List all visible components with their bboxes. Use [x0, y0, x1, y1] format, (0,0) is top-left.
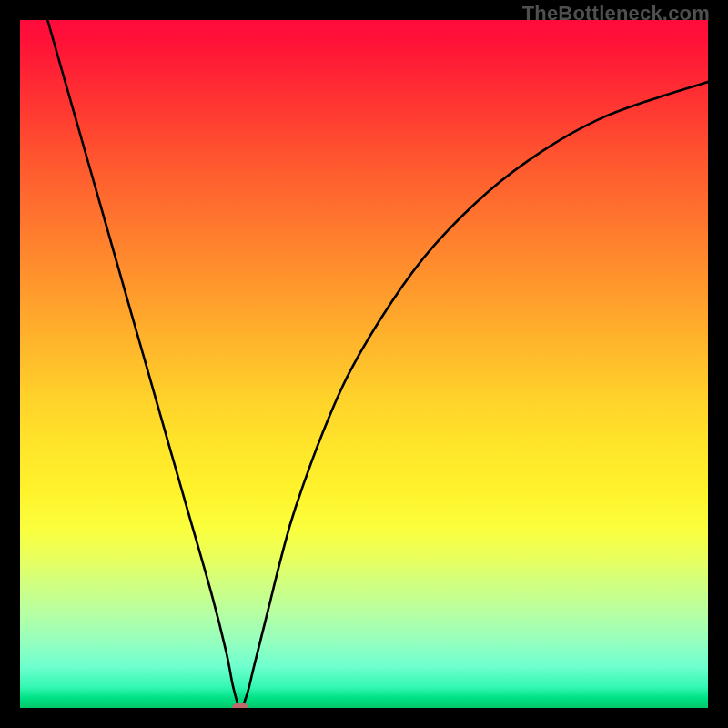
watermark-text: TheBottleneck.com — [522, 2, 710, 25]
chart-frame: TheBottleneck.com — [0, 0, 728, 728]
plot-area — [20, 20, 708, 708]
minimum-marker-icon — [232, 703, 248, 708]
bottleneck-curve — [47, 20, 708, 708]
curve-layer — [20, 20, 708, 708]
